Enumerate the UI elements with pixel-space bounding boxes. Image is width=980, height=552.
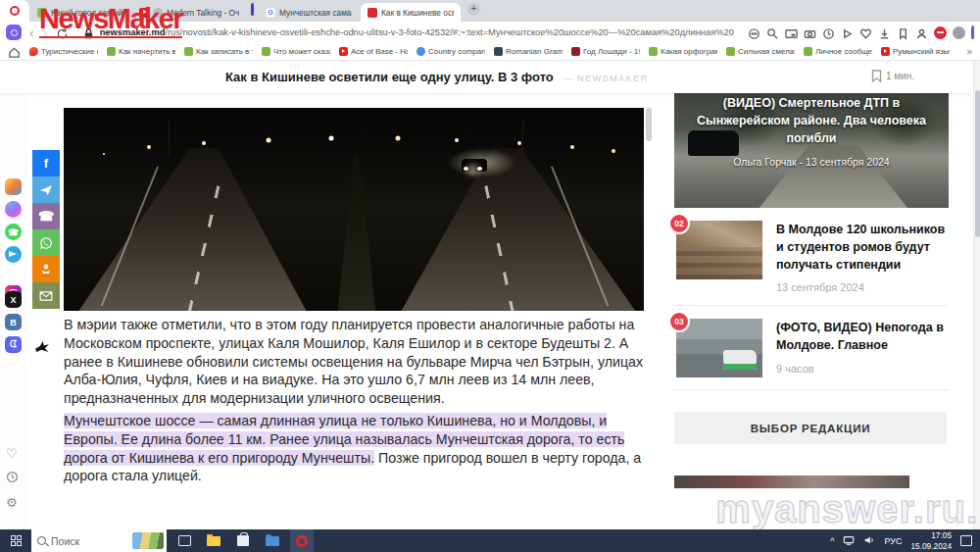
whatsapp-share-button[interactable] (32, 229, 60, 256)
rank-badge: 03 (668, 311, 690, 332)
window-scrollbar[interactable] (973, 61, 980, 529)
windows-logo-icon (11, 535, 22, 546)
telegram-icon[interactable] (5, 246, 22, 263)
taskbar-clock[interactable]: 17:05 15.09.2024 (910, 530, 952, 551)
bookmarks-bar: Туристические но... Как начертить вид...… (0, 43, 980, 61)
doc-icon (262, 47, 270, 56)
messenger-icon[interactable] (5, 201, 22, 218)
whatsapp-icon[interactable]: ☎ (5, 224, 22, 240)
viber-share-button[interactable]: ☎ (32, 203, 60, 229)
back-button[interactable]: ‹ (27, 26, 35, 39)
site-icon (571, 47, 580, 56)
sidebar-news: (ВИДЕО) Смертельное ДТП в Сынжерейском р… (674, 93, 949, 488)
documents-button[interactable] (261, 529, 284, 552)
folder-icon (207, 536, 220, 546)
settings-gear-icon[interactable]: ⚙ (6, 495, 18, 510)
page-title: Как в Кишиневе осветили еще одну улицу. … (225, 70, 554, 84)
profile-icon[interactable] (915, 26, 928, 39)
news-item[interactable]: 02 В Молдове 120 школьников и студентов … (674, 208, 949, 306)
bookmark-item[interactable]: Румынский язык? С... (881, 47, 950, 56)
youtube-icon (339, 47, 348, 56)
language-indicator[interactable]: РУС (884, 536, 902, 546)
streetlights (103, 153, 105, 155)
article-photo-night-road[interactable] (64, 108, 644, 311)
taskbar: Поиск ^ РУС 17:05 15.09.2024 (0, 529, 980, 552)
read-time: 1 мин. (871, 70, 914, 82)
telegram-share-button[interactable] (32, 176, 60, 203)
time: 17:05 (910, 530, 952, 540)
store-bag-icon (237, 535, 249, 546)
history-clock-icon[interactable] (6, 471, 19, 486)
bookmark-item[interactable]: Год Лошади - 1954... (571, 47, 640, 56)
tab-label: Как в Кишиневе освети... (381, 8, 454, 18)
car-headlights (462, 159, 487, 172)
bookmarks-overflow-chevron[interactable]: » (966, 46, 972, 57)
facebook-share-button[interactable]: f (32, 150, 60, 176)
doc-icon (804, 47, 812, 56)
home-icon[interactable] (8, 45, 21, 58)
site-header: Как в Кишиневе осветили еще одну улицу. … (0, 61, 973, 93)
scrollbar-thumb[interactable] (975, 90, 980, 237)
bookmark-item[interactable]: Country compariso... (416, 47, 485, 56)
bookmark-item[interactable]: Как начертить вид... (107, 47, 175, 56)
discord-icon[interactable]: ᗧ (5, 336, 22, 353)
bookmark-item[interactable]: Сильная смелая ка... (726, 47, 795, 56)
extension-icon[interactable] (953, 26, 965, 39)
favorites-heart-icon[interactable] (859, 26, 872, 39)
opera-menu-button[interactable] (0, 0, 29, 22)
action-center-icon[interactable] (960, 535, 972, 546)
adblock-extension-icon[interactable] (934, 26, 947, 39)
opera-taskbar-button[interactable] (290, 529, 314, 552)
task-view-icon (178, 535, 191, 546)
doc-icon (726, 47, 735, 56)
site-icon (494, 47, 503, 56)
tab-3[interactable]: G Мунчештская самая дли... (259, 3, 359, 22)
search-in-page-icon[interactable] (766, 26, 779, 39)
tab-4-active[interactable]: Как в Кишиневе освети... (361, 3, 461, 22)
news-item-video[interactable]: (ВИДЕО) Смертельное ДТП в Сынжерейском р… (674, 93, 949, 208)
file-explorer-button[interactable] (202, 529, 225, 552)
picture-in-picture-icon[interactable] (785, 26, 798, 39)
snapshot-icon[interactable] (804, 26, 816, 39)
x-twitter-icon[interactable]: X (5, 291, 22, 308)
downloads-icon[interactable] (878, 26, 891, 39)
translate-icon[interactable] (748, 26, 760, 39)
new-tab-button[interactable]: + (467, 3, 480, 16)
bookmark-item[interactable]: Какая орфограмма... (649, 47, 717, 56)
search-icon (37, 536, 46, 545)
vk-icon[interactable]: B (5, 314, 22, 330)
bookmark-flag-icon[interactable] (897, 26, 909, 39)
share-buttons: f ☎ (32, 150, 60, 309)
heart-icon[interactable]: ♡ (6, 446, 18, 461)
email-share-button[interactable] (32, 282, 60, 309)
news-meta: Ольга Горчак - 13 сентября 2024 (688, 156, 935, 168)
speed-dial-icon[interactable] (5, 178, 22, 195)
blue-folder-icon (266, 536, 279, 546)
microsoft-store-button[interactable] (231, 529, 255, 552)
opera-logo-icon (10, 6, 20, 16)
tray-chevron-up-icon[interactable]: ^ (830, 536, 834, 546)
article-paragraph: В мэрии также отметили, что в этом году … (64, 316, 646, 408)
bookmark-item[interactable]: Romanian Grammar (494, 47, 563, 56)
odnoklassniki-share-button[interactable] (32, 256, 60, 282)
history-icon[interactable] (822, 26, 835, 39)
task-view-button[interactable] (172, 529, 196, 552)
start-button[interactable] (0, 529, 31, 552)
editors-choice-header[interactable]: ВЫБОР РЕДАКЦИИ (674, 412, 947, 444)
newsmaker-logo[interactable]: NewsMaker (39, 5, 182, 38)
player-icon[interactable] (841, 26, 854, 39)
system-tray: ^ РУС 17:05 15.09.2024 (830, 530, 980, 551)
volume-icon[interactable] (863, 532, 875, 550)
bookmark-item[interactable]: Ace of Base - Happy... (339, 47, 408, 56)
bookmark-item[interactable]: Личное сообщение (804, 47, 872, 56)
doc-icon (107, 47, 116, 56)
taskbar-search[interactable]: Поиск (31, 529, 167, 552)
bookmark-item[interactable]: Как записать в текс... (184, 47, 253, 56)
news-item[interactable]: 03 (ФОТО, ВИДЕО) Непогода в Молдове. Гла… (674, 306, 949, 390)
bookmark-icon (871, 70, 882, 82)
network-icon[interactable] (843, 532, 855, 550)
bookmark-item[interactable]: Что может сказать... (262, 47, 330, 56)
sidebar-setup-icon[interactable] (6, 25, 22, 40)
weather-widget-icon[interactable] (132, 532, 164, 549)
bookmark-item[interactable]: Туристические но... (29, 47, 98, 56)
